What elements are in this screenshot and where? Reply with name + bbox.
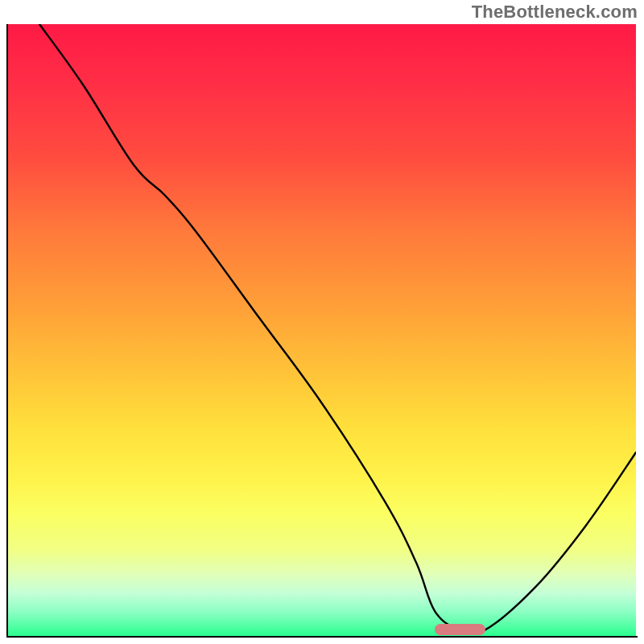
watermark-text: TheBottleneck.com bbox=[472, 2, 638, 23]
curve-path bbox=[39, 24, 636, 634]
optimum-marker bbox=[435, 624, 485, 635]
curve-svg bbox=[8, 24, 636, 636]
x-axis bbox=[6, 636, 638, 638]
chart-container: TheBottleneck.com bbox=[0, 0, 644, 644]
plot-area bbox=[8, 24, 636, 636]
y-axis bbox=[6, 24, 8, 638]
